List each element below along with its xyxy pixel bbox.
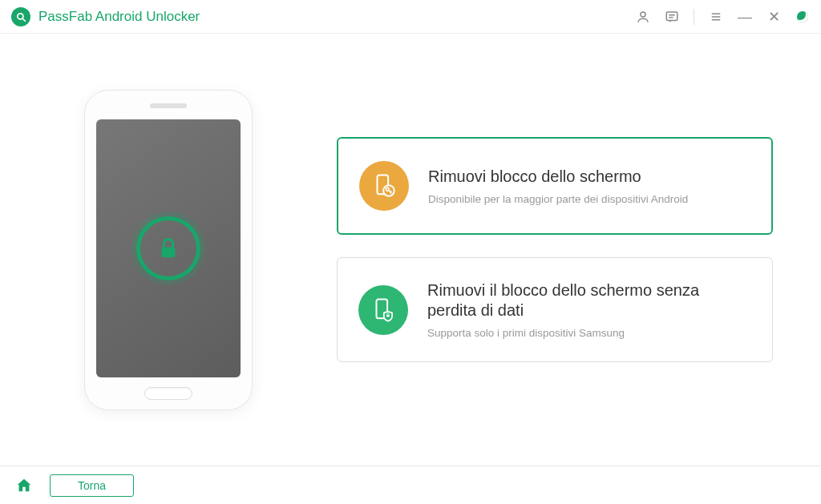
main-content: Rimuovi blocco dello schermo Disponibile… — [0, 34, 821, 466]
svg-line-1 — [22, 18, 26, 21]
option-title: Rimuovi il blocco dello schermo senza pe… — [427, 280, 751, 321]
svg-rect-16 — [386, 314, 389, 317]
phone-key-icon — [359, 161, 409, 211]
minimize-button[interactable]: — — [738, 10, 752, 24]
separator — [694, 9, 694, 25]
footer: Torna — [0, 466, 821, 504]
maximize-indicator[interactable] — [795, 10, 810, 24]
options-list: Rimuovi blocco dello schermo Disponibile… — [337, 137, 821, 362]
lock-icon — [136, 216, 200, 280]
option-title: Rimuovi blocco dello schermo — [428, 167, 750, 187]
svg-point-2 — [641, 12, 645, 17]
phone-shield-icon — [358, 285, 408, 335]
app-title: PassFab Android Unlocker — [38, 9, 200, 25]
account-icon[interactable] — [636, 10, 650, 24]
home-button[interactable] — [14, 476, 34, 495]
svg-rect-3 — [666, 12, 677, 21]
titlebar-controls: — ✕ — [636, 9, 810, 25]
menu-icon[interactable] — [709, 10, 723, 24]
option-remove-screen-lock[interactable]: Rimuovi blocco dello schermo Disponibile… — [337, 137, 773, 235]
option-subtitle: Disponibile per la maggior parte dei dis… — [428, 193, 750, 205]
back-button[interactable]: Torna — [50, 474, 134, 497]
close-button[interactable]: ✕ — [766, 10, 781, 24]
app-logo — [11, 7, 30, 26]
titlebar: PassFab Android Unlocker — ✕ — [0, 0, 821, 34]
phone-illustration — [0, 90, 337, 410]
option-remove-lock-no-data-loss[interactable]: Rimuovi il blocco dello schermo senza pe… — [337, 257, 773, 362]
feedback-icon[interactable] — [665, 10, 679, 24]
option-subtitle: Supporta solo i primi dispositivi Samsun… — [427, 327, 751, 339]
svg-rect-9 — [162, 247, 176, 257]
